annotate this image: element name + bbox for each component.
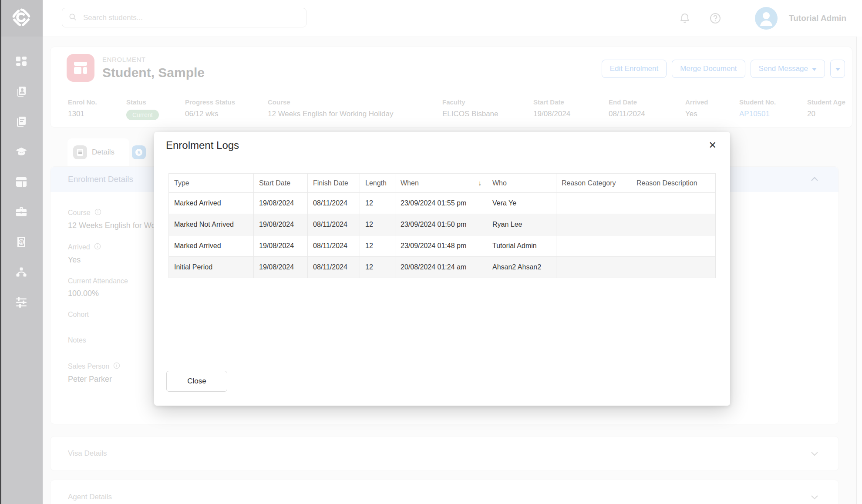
info-student-no: Student No.AP10501: [739, 98, 807, 120]
table-cell: Marked Not Arrived: [169, 214, 254, 235]
documents-icon[interactable]: [15, 115, 28, 128]
collapsed-panel-agent-details[interactable]: Agent Details: [50, 480, 839, 504]
info-end-date: End Date08/11/2024: [609, 98, 685, 120]
finance-icon[interactable]: $: [15, 235, 28, 249]
info-label: Student No.: [739, 98, 807, 106]
table-cell: Ryan Lee: [487, 214, 556, 235]
field-label-text: Cohort: [68, 311, 89, 319]
table-cell: Initial Period: [169, 257, 254, 278]
collapsed-panel-visa-details[interactable]: Visa Details: [50, 436, 839, 471]
info-label: Progress Status: [185, 98, 268, 106]
field-label-text: Course: [68, 209, 91, 217]
caret-down-icon: [835, 64, 840, 73]
info-student-age: Student Age20: [807, 98, 859, 120]
app-logo[interactable]: [0, 0, 43, 37]
collapsed-panel-title: Agent Details: [68, 493, 808, 501]
table-cell: 19/08/2024: [254, 214, 308, 235]
field-label-text: Notes: [68, 336, 86, 344]
info-value[interactable]: AP10501: [739, 110, 807, 118]
info-enrol-no: Enrol No.1301: [68, 98, 126, 120]
app-root: $ Tut: [0, 0, 862, 504]
column-header-inner: Who: [492, 179, 551, 187]
sidebar-nav: $: [0, 37, 43, 309]
table-row: Marked Arrived19/08/202408/11/20241223/0…: [169, 235, 716, 257]
courses-icon[interactable]: [15, 145, 28, 158]
user-name[interactable]: Tutorial Admin: [789, 13, 846, 23]
info-value: ELICOS Bisbane: [442, 110, 533, 118]
column-header-inner: When↓: [401, 179, 482, 187]
info-arrived: ArrivedYes: [685, 98, 739, 120]
scrollbar[interactable]: [856, 37, 862, 504]
topbar: Tutorial Admin: [43, 0, 862, 37]
column-header-when[interactable]: When↓: [395, 174, 487, 193]
send-message-button[interactable]: Send Message: [751, 60, 825, 78]
dashboard-icon[interactable]: [15, 55, 28, 68]
edit-enrolment-button[interactable]: Edit Enrolment: [602, 60, 667, 78]
table-cell: 12: [360, 193, 395, 214]
column-header-label: Reason Category: [562, 179, 626, 187]
settings-icon[interactable]: [15, 296, 28, 309]
field-label-text: Sales Person: [68, 363, 109, 370]
caret-down-icon: [812, 64, 817, 73]
table-cell: 23/09/2024 01:55 pm: [395, 193, 487, 214]
search-input[interactable]: [82, 13, 300, 23]
logo-icon: [10, 6, 33, 30]
more-actions-button[interactable]: [830, 60, 845, 78]
notifications-icon[interactable]: [679, 12, 691, 24]
column-header-who[interactable]: Who: [487, 174, 556, 193]
info-label: Faculty: [442, 98, 533, 106]
table-cell: 12: [360, 214, 395, 235]
topbar-right: Tutorial Admin: [679, 0, 862, 37]
tab-details[interactable]: Details: [67, 138, 129, 166]
table-cell: 08/11/2024: [308, 257, 360, 278]
svg-text:$: $: [20, 240, 23, 245]
column-header-inner: Reason Description: [636, 179, 710, 187]
column-header-label: Finish Date: [313, 179, 354, 187]
column-header-type[interactable]: Type: [169, 174, 254, 193]
enrolments-icon[interactable]: [15, 175, 28, 188]
workplace-icon[interactable]: [15, 205, 28, 218]
close-icon[interactable]: ✕: [707, 139, 718, 152]
avatar[interactable]: [755, 7, 778, 30]
info-icon: [113, 362, 120, 371]
info-label: Status: [126, 98, 185, 106]
table-cell: 08/11/2024: [308, 235, 360, 257]
column-header-start-date[interactable]: Start Date: [254, 174, 308, 193]
info-value: Current: [126, 110, 185, 120]
info-label: Student Age: [807, 98, 859, 106]
table-cell: 08/11/2024: [308, 214, 360, 235]
info-icon: [94, 208, 101, 217]
dollar-tab-icon: $: [132, 145, 146, 159]
table-cell: 19/08/2024: [254, 257, 308, 278]
chevron-down-icon: [808, 447, 821, 460]
column-header-reason-category[interactable]: Reason Category: [556, 174, 631, 193]
info-label: End Date: [609, 98, 685, 106]
chevron-up-icon: [808, 173, 821, 186]
column-header-reason-description[interactable]: Reason Description: [631, 174, 716, 193]
field-label-text: Arrived: [68, 243, 90, 251]
svg-text:$: $: [137, 150, 141, 155]
table-cell: Ahsan2 Ahsan2: [487, 257, 556, 278]
table-cell: 08/11/2024: [308, 193, 360, 214]
table-cell: 12: [360, 235, 395, 257]
table-cell: [631, 193, 716, 214]
info-progress-status: Progress Status06/12 wks: [185, 98, 268, 120]
field-label-text: Current Attendance: [68, 277, 128, 285]
info-label: Course: [268, 98, 442, 106]
contacts-icon[interactable]: [15, 85, 28, 98]
info-value: Yes: [685, 110, 739, 118]
chevron-down-icon: [808, 491, 821, 504]
close-button[interactable]: Close: [166, 371, 227, 392]
header-actions: Edit Enrolment Merge Document Send Messa…: [602, 60, 845, 78]
info-value: 08/11/2024: [609, 110, 685, 118]
table-cell: [556, 257, 631, 278]
table-cell: Vera Ye: [487, 193, 556, 214]
help-icon[interactable]: [709, 12, 721, 24]
enrolment-logs-table: TypeStart DateFinish DateLengthWhen↓WhoR…: [168, 173, 716, 278]
column-header-length[interactable]: Length: [360, 174, 395, 193]
integrations-icon[interactable]: [15, 265, 28, 279]
column-header-finish-date[interactable]: Finish Date: [308, 174, 360, 193]
column-header-label: Length: [365, 179, 390, 187]
column-header-inner: Start Date: [259, 179, 302, 187]
merge-document-button[interactable]: Merge Document: [672, 60, 745, 78]
